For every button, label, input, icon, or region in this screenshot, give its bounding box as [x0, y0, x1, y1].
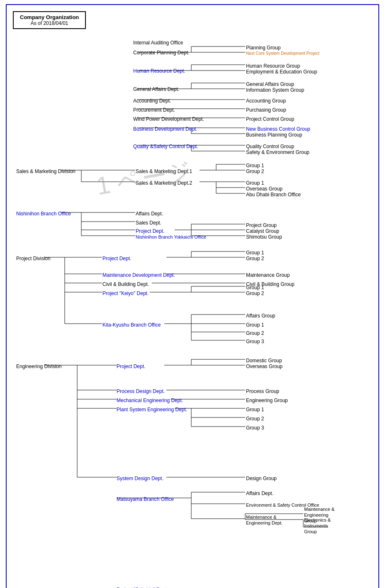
- kk-g3: Group 3: [246, 337, 264, 346]
- plant-g2: Group 2: [246, 414, 264, 423]
- engineering-group: Engineering Group: [246, 396, 288, 405]
- header-box: Company Organization As of 2018/04/01: [13, 11, 86, 29]
- civil-building-dept: Civil & Building Dept.: [102, 280, 149, 289]
- org-chart: Internal Auditing Office Corporate Plann…: [13, 37, 370, 588]
- internal-auditing-office: Internal Auditing Office: [133, 38, 183, 47]
- date: As of 2018/04/01: [20, 20, 79, 26]
- nishinihon-affairs-dept: Affairs Dept.: [136, 209, 163, 218]
- safety-environment-group: Safety & Environment Group: [246, 148, 309, 157]
- kk-affairs-group: Affairs Group: [246, 311, 275, 320]
- eng-overseas-group: Overseas Group: [246, 362, 283, 371]
- general-affairs-dept: General Affairs Dept.: [133, 85, 179, 94]
- engineering-division: Engineering Division: [16, 362, 61, 371]
- page: Company Organization As of 2018/04/01: [6, 4, 379, 588]
- project-control-group: Project Control Group: [246, 115, 294, 124]
- nishinihon-sales-dept: Sales Dept.: [136, 218, 161, 227]
- employment-education-group: Employment & Education Group: [246, 67, 317, 76]
- system-design-dept: System Design Dept.: [117, 474, 163, 483]
- plant-g1: Group 1: [246, 405, 264, 414]
- sales-marketing-dept2: Sales & Marketing Dept.2: [136, 178, 192, 188]
- project-sakaide-dept: Project "Sakaide" Dept.: [117, 585, 168, 588]
- proj-div-project-dept: Project Dept.: [102, 254, 131, 263]
- wind-power-dept: Wind Power Development Dept.: [133, 115, 204, 124]
- matsuyama-affairs: Affairs Dept.: [246, 489, 273, 498]
- corporate-planning-dept: Corporate Planning Dept.: [133, 48, 189, 57]
- mechanical-eng-dept: Mechanical Engineering Dept.: [117, 396, 183, 405]
- process-group: Process Group: [246, 387, 279, 396]
- information-system-group: Information System Group: [246, 85, 304, 95]
- matsuyama-branch: Matsuyama Branch Office: [117, 495, 174, 504]
- next-core-system: Next Core System Development Project: [246, 49, 319, 58]
- design-group: Design Group: [246, 474, 277, 483]
- matsuyama-maint-dept: Maintenance &Engineering Dept.: [246, 515, 283, 525]
- plant-g3: Group 3: [246, 423, 264, 432]
- shimotsu-group: Shimotsu Group: [246, 232, 282, 242]
- plant-system-dept: Plant System Engineering Dept.: [117, 405, 187, 414]
- nishinihon-branch: Nishinihon Branch Office: [16, 209, 71, 218]
- yokkaichi-office: Nishinihon Branch Yokkaichi Office: [136, 232, 206, 242]
- project-division: Project Division: [16, 254, 51, 263]
- abu-dhabi: Abu Dhabi Branch Office: [246, 190, 301, 199]
- process-design-dept: Process Design Dept.: [117, 387, 165, 396]
- title: Company Organization: [20, 14, 79, 20]
- electronics-instruments-group: Electronics &Instruments Group: [304, 521, 341, 530]
- sales-marketing-dept1: Sales & Marketing Dept.1: [136, 167, 192, 176]
- kita-kyushu: Kita-Kyushu Branch Office: [102, 320, 161, 329]
- purchasing-group: Purchasing Group: [246, 105, 286, 115]
- proj-dept-g2: Group 2: [246, 254, 264, 263]
- project-keiyo-dept: Project "Keiyo" Dept.: [102, 289, 149, 298]
- accounting-group: Accounting Group: [246, 96, 286, 105]
- sm-dept1-group2: Group 2: [246, 167, 264, 176]
- accounting-dept: Accounting Dept.: [133, 96, 171, 105]
- sales-marketing-division: Sales & Marketing Division: [16, 167, 76, 176]
- eng-project-dept: Project Dept.: [117, 362, 145, 371]
- maintenance-group: Maintenance Group: [246, 271, 290, 280]
- human-resource-dept: Human Resource Dept.: [133, 66, 185, 76]
- procurement-dept: Procurement Dept.: [133, 105, 175, 115]
- business-planning-group: Business Planning Group: [246, 130, 302, 139]
- kk-g1: Group 1: [246, 320, 264, 329]
- kk-g2: Group 2: [246, 329, 264, 338]
- maintenance-dev-dept: Maintenance Development Dept.: [102, 271, 175, 280]
- keiyo-g2: Group 2: [246, 289, 264, 298]
- business-development-dept: Business Development Dept.: [133, 124, 197, 134]
- quality-safety-dept: Quality &Safety Control Dept.: [133, 142, 198, 151]
